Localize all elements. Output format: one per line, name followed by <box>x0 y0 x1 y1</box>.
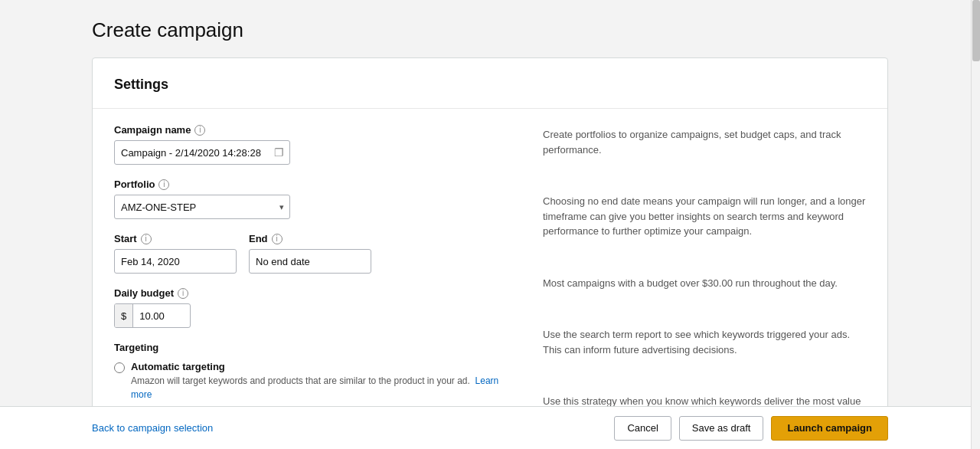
cancel-button[interactable]: Cancel <box>614 416 671 441</box>
form-section: Campaign name i ❐ Portfolio i <box>114 124 866 449</box>
portfolio-group: Portfolio i AMZ-ONE-STEP No portfolio Cr… <box>114 179 512 219</box>
section-divider <box>93 108 887 109</box>
portfolio-select-wrapper: AMZ-ONE-STEP No portfolio Create new por… <box>114 195 290 219</box>
start-label: Start i <box>114 233 237 244</box>
campaign-name-group: Campaign name i ❐ <box>114 124 512 165</box>
date-group: Start i End i <box>114 233 512 274</box>
start-info-icon[interactable]: i <box>141 234 152 244</box>
launch-campaign-button[interactable]: Launch campaign <box>771 416 888 441</box>
end-date-help-text: Choosing no end date means your campaign… <box>543 194 866 239</box>
footer-left: Back to campaign selection <box>92 422 213 434</box>
end-date-input[interactable] <box>249 249 371 274</box>
campaign-name-label: Campaign name i <box>114 124 512 136</box>
settings-card: Settings Campaign name i ❐ <box>92 57 888 449</box>
budget-info-icon[interactable]: i <box>178 288 188 299</box>
form-help-right: Create portfolios to organize campaigns,… <box>543 124 866 449</box>
end-date-field: End i <box>249 233 371 274</box>
automatic-targeting-title: Automatic targeting <box>131 361 512 372</box>
page-title: Create campaign <box>92 18 888 42</box>
automatic-targeting-desc: Amazon will target keywords and products… <box>131 374 512 401</box>
budget-input-wrapper: $ <box>114 303 191 328</box>
page-container: Create campaign Settings Campaign name i… <box>0 0 980 449</box>
form-left: Campaign name i ❐ Portfolio i <box>114 124 512 449</box>
scrollbar-thumb[interactable] <box>972 0 980 61</box>
portfolio-select[interactable]: AMZ-ONE-STEP No portfolio Create new por… <box>114 195 290 219</box>
budget-label: Daily budget i <box>114 287 512 299</box>
scrollbar[interactable] <box>971 0 980 449</box>
budget-currency-prefix: $ <box>115 304 133 327</box>
budget-group: Daily budget i $ <box>114 287 512 328</box>
auto-targeting-help-text: Use the search term report to see which … <box>543 327 866 357</box>
card-section-title: Settings <box>114 77 866 93</box>
end-label: End i <box>249 233 371 244</box>
automatic-targeting-radio[interactable] <box>114 362 125 373</box>
campaign-name-input[interactable] <box>114 140 290 165</box>
back-to-campaign-link[interactable]: Back to campaign selection <box>92 422 213 434</box>
start-date-field: Start i <box>114 233 237 274</box>
main-content: Create campaign Settings Campaign name i… <box>0 0 980 449</box>
automatic-targeting-option: Automatic targeting Amazon will target k… <box>114 361 512 401</box>
footer-bar: Back to campaign selection Cancel Save a… <box>0 406 980 449</box>
portfolio-label: Portfolio i <box>114 179 512 190</box>
portfolio-help-text: Create portfolios to organize campaigns,… <box>543 127 866 157</box>
footer-right: Cancel Save as draft Launch campaign <box>614 416 888 441</box>
budget-help-text: Most campaigns with a budget over $30.00… <box>543 276 866 291</box>
targeting-title: Targeting <box>114 342 512 353</box>
copy-icon[interactable]: ❐ <box>274 146 284 159</box>
portfolio-info-icon[interactable]: i <box>158 179 169 190</box>
campaign-name-wrapper: ❐ <box>114 140 290 165</box>
end-info-icon[interactable]: i <box>272 234 283 244</box>
save-as-draft-button[interactable]: Save as draft <box>679 416 764 441</box>
automatic-targeting-label-group: Automatic targeting Amazon will target k… <box>131 361 512 401</box>
budget-input[interactable] <box>133 304 187 327</box>
date-row: Start i End i <box>114 233 512 274</box>
start-date-input[interactable] <box>114 249 237 274</box>
campaign-name-info-icon[interactable]: i <box>194 125 205 136</box>
